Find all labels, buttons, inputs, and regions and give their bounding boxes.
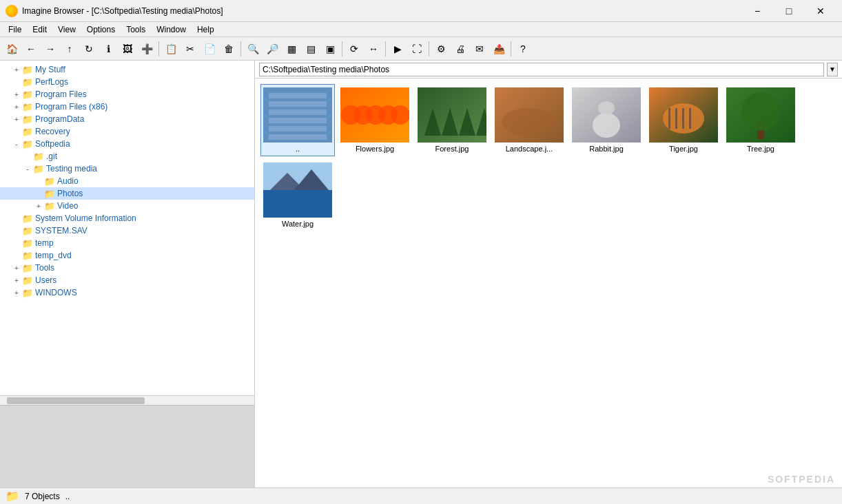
title-bar: Imagine Browser - [C:\Softpedia\Testing … xyxy=(0,0,842,22)
tree-node-temp[interactable]: 📁temp xyxy=(0,237,254,249)
tree-node-windows[interactable]: +📁WINDOWS xyxy=(0,286,254,299)
tree-expand-program-files-x86[interactable]: + xyxy=(11,101,22,112)
tree-node-photos[interactable]: 📁Photos xyxy=(0,187,254,200)
toolbar-btn-search[interactable]: 🔍 xyxy=(244,40,262,58)
thumb-label-landscape: Landscape.j... xyxy=(506,145,553,153)
maximize-button[interactable]: □ xyxy=(773,0,805,22)
toolbar-btn-mirror[interactable]: ↔ xyxy=(364,40,382,58)
thumbnail-forest[interactable]: Forest.jpg xyxy=(415,84,489,156)
svg-rect-28 xyxy=(689,108,691,129)
toolbar-btn-up[interactable]: ↑ xyxy=(61,40,79,58)
tree-expand-users[interactable]: + xyxy=(11,275,22,286)
toolbar-btn-refresh[interactable]: ↻ xyxy=(80,40,98,58)
toolbar-btn-grid3[interactable]: ▣ xyxy=(321,40,339,58)
thumb-image-landscape xyxy=(495,87,564,143)
menu-item-help[interactable]: Help xyxy=(192,23,220,36)
thumb-label-parent: .. xyxy=(296,145,300,153)
toolbar-btn-rotate[interactable]: ⟳ xyxy=(345,40,363,58)
close-button[interactable]: ✕ xyxy=(805,0,836,22)
tree-node-perflogs[interactable]: 📁PerfLogs xyxy=(0,76,254,88)
tree-expand-temp xyxy=(11,238,22,249)
tree-node-system-volume[interactable]: 📁System Volume Information xyxy=(0,212,254,224)
toolbar-btn-share[interactable]: 📤 xyxy=(490,40,508,58)
tree-expand-testing-media[interactable]: - xyxy=(22,163,33,174)
toolbar-btn-slideshow[interactable]: ▶ xyxy=(389,40,407,58)
svg-rect-2 xyxy=(269,101,327,107)
tree-node-git[interactable]: 📁.git xyxy=(0,150,254,162)
toolbar-btn-help[interactable]: ? xyxy=(514,40,532,58)
tree-container[interactable]: +📁My Stuff📁PerfLogs+📁Program Files+📁Prog… xyxy=(0,61,254,395)
thumbnail-tree[interactable]: Tree.jpg xyxy=(723,84,798,156)
tree-node-testing-media[interactable]: -📁Testing media xyxy=(0,162,254,175)
toolbar-btn-addmedia[interactable]: ➕ xyxy=(138,40,156,58)
toolbar-btn-browse[interactable]: 🖼 xyxy=(119,40,136,58)
tree-expand-windows[interactable]: + xyxy=(11,287,22,298)
tree-expand-my-stuff[interactable]: + xyxy=(11,64,22,75)
svg-rect-5 xyxy=(269,126,327,132)
tree-node-recovery[interactable]: 📁Recovery xyxy=(0,125,254,138)
thumbnail-water[interactable]: Water.jpg xyxy=(260,159,335,231)
toolbar-btn-forward[interactable]: → xyxy=(41,40,59,58)
thumb-label-forest: Forest.jpg xyxy=(435,145,469,153)
sidebar-scrollbar[interactable] xyxy=(0,395,254,405)
toolbar-btn-print[interactable]: 🖨 xyxy=(451,40,469,58)
toolbar-btn-back[interactable]: ← xyxy=(22,40,40,58)
tree-icon-windows: 📁 xyxy=(22,288,33,298)
tree-icon-program-files-x86: 📁 xyxy=(22,102,33,112)
tree-node-program-files-x86[interactable]: +📁Program Files (x86) xyxy=(0,101,254,113)
toolbar-btn-copy[interactable]: 📋 xyxy=(162,40,180,58)
toolbar-btn-settings[interactable]: ⚙ xyxy=(432,40,450,58)
toolbar-btn-paste[interactable]: 📄 xyxy=(201,40,218,58)
tree-icon-users: 📁 xyxy=(22,275,33,286)
svg-rect-3 xyxy=(269,109,327,115)
toolbar-btn-grid2[interactable]: ▤ xyxy=(302,40,320,58)
thumbnail-grid[interactable]: ..Flowers.jpgForest.jpgLandscape.j...Rab… xyxy=(255,78,842,487)
app-icon xyxy=(6,5,18,17)
main-area: +📁My Stuff📁PerfLogs+📁Program Files+📁Prog… xyxy=(0,61,842,487)
toolbar-btn-home[interactable]: 🏠 xyxy=(3,40,21,58)
tree-expand-video[interactable]: + xyxy=(33,200,44,211)
tree-node-audio[interactable]: 📁Audio xyxy=(0,175,254,187)
tree-expand-programdata[interactable]: + xyxy=(11,114,22,125)
thumb-image-water xyxy=(263,162,332,218)
tree-label-tools: Tools xyxy=(35,263,54,273)
tree-node-video[interactable]: +📁Video xyxy=(0,200,254,212)
tree-node-program-files[interactable]: +📁Program Files xyxy=(0,88,254,101)
menu-item-tools[interactable]: Tools xyxy=(121,23,151,36)
path-input[interactable] xyxy=(259,63,824,76)
toolbar-btn-grid1[interactable]: ▦ xyxy=(283,40,300,58)
menu-item-file[interactable]: File xyxy=(3,23,27,36)
menu-item-edit[interactable]: Edit xyxy=(27,23,52,36)
toolbar-btn-zoom-in[interactable]: 🔎 xyxy=(263,40,281,58)
thumbnail-landscape[interactable]: Landscape.j... xyxy=(492,84,566,156)
tree-node-softpedia[interactable]: -📁Softpedia xyxy=(0,138,254,150)
tree-expand-tools[interactable]: + xyxy=(11,262,22,273)
thumbnail-tiger[interactable]: Tiger.jpg xyxy=(646,84,721,156)
minimize-button[interactable]: − xyxy=(741,0,773,22)
tree-node-my-stuff[interactable]: +📁My Stuff xyxy=(0,63,254,76)
thumbnail-flowers[interactable]: Flowers.jpg xyxy=(338,84,412,156)
toolbar-btn-fullscreen[interactable]: ⛶ xyxy=(408,40,426,58)
status-folder-icon: 📁 xyxy=(6,490,19,503)
menu-item-window[interactable]: Window xyxy=(151,23,192,36)
tree-node-system-sav[interactable]: 📁SYSTEM.SAV xyxy=(0,224,254,237)
thumbnail-parent[interactable]: .. xyxy=(260,84,335,156)
tree-node-users[interactable]: +📁Users xyxy=(0,274,254,286)
tree-node-tools[interactable]: +📁Tools xyxy=(0,262,254,274)
tree-expand-softpedia[interactable]: - xyxy=(11,138,22,149)
watermark: SOFTPEDIA xyxy=(768,474,835,485)
toolbar-btn-info[interactable]: ℹ xyxy=(99,40,117,58)
menu-item-view[interactable]: View xyxy=(52,23,81,36)
path-dropdown[interactable]: ▼ xyxy=(827,63,838,76)
tree-icon-programdata: 📁 xyxy=(22,114,33,125)
tree-label-perflogs: PerfLogs xyxy=(35,77,68,87)
tree-icon-program-files: 📁 xyxy=(22,90,33,100)
thumbnail-rabbit[interactable]: Rabbit.jpg xyxy=(569,84,644,156)
tree-expand-program-files[interactable]: + xyxy=(11,89,22,100)
toolbar-btn-delete[interactable]: 🗑 xyxy=(220,40,238,58)
menu-item-options[interactable]: Options xyxy=(81,23,121,36)
toolbar-btn-cut[interactable]: ✂ xyxy=(181,40,199,58)
tree-node-temp-dvd[interactable]: 📁temp_dvd xyxy=(0,249,254,262)
tree-node-programdata[interactable]: +📁ProgramData xyxy=(0,113,254,125)
toolbar-btn-email[interactable]: ✉ xyxy=(471,40,489,58)
